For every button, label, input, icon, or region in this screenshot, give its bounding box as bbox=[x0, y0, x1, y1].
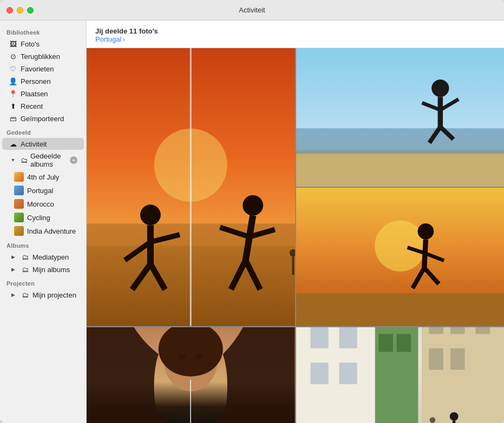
maximize-button[interactable] bbox=[27, 7, 34, 14]
mediatypen-expand-icon: ▶ bbox=[9, 253, 17, 261]
sidebar-item-geimporteerd[interactable]: 🗃 Geïmporteerd bbox=[2, 113, 84, 124]
mediatypen-icon: 🗂 bbox=[21, 253, 29, 261]
india-adventure-label: India Adventure bbox=[27, 227, 76, 235]
svg-rect-54 bbox=[310, 327, 328, 348]
svg-rect-52 bbox=[296, 327, 375, 423]
svg-point-49 bbox=[194, 415, 197, 418]
photo-jump2[interactable] bbox=[296, 188, 505, 326]
sidebar-item-fotos[interactable]: 🖼 Foto's bbox=[2, 38, 84, 50]
photo-capoeira[interactable] bbox=[87, 48, 295, 326]
close-button[interactable] bbox=[6, 7, 13, 14]
svg-rect-61 bbox=[422, 327, 504, 423]
svg-point-24 bbox=[431, 80, 449, 97]
sidebar-item-mediatypen[interactable]: ▶ 🗂 Mediatypen bbox=[2, 251, 84, 263]
sidebar-item-personen[interactable]: 👤 Personen bbox=[2, 75, 84, 87]
photo-right-column bbox=[296, 48, 505, 326]
svg-rect-66 bbox=[450, 348, 465, 370]
activity-user-text: Jij deelde 11 foto's bbox=[95, 27, 158, 35]
svg-rect-57 bbox=[339, 362, 357, 384]
capoeira-scene bbox=[87, 48, 295, 326]
svg-rect-64 bbox=[475, 327, 490, 334]
gedeelde-albums-label: Gedeelde albums bbox=[30, 152, 67, 168]
photo-street[interactable] bbox=[296, 327, 505, 423]
street-svg bbox=[296, 327, 505, 423]
activity-user-line: Jij deelde 11 foto's bbox=[95, 27, 495, 35]
albums-section-label: Albums bbox=[0, 238, 86, 250]
projecten-section-label: Projecten bbox=[0, 276, 86, 288]
favorieten-icon: ♡ bbox=[9, 64, 17, 73]
sidebar-item-gedeelde-albums[interactable]: ▼ 🗂 Gedeelde albums + bbox=[2, 150, 84, 170]
plaatsen-label: Plaatsen bbox=[21, 90, 48, 98]
activity-header: Jij deelde 11 foto's Portugal › bbox=[87, 21, 504, 48]
sidebar-item-recent[interactable]: ⬆ Recent bbox=[2, 100, 84, 112]
sidebar-item-activiteit[interactable]: ☁ Activiteit bbox=[2, 138, 84, 150]
gedeeld-section-label: Gedeeld bbox=[0, 125, 86, 137]
activiteit-label: Activiteit bbox=[21, 140, 47, 148]
terugblikken-icon: ⊙ bbox=[9, 52, 17, 61]
geimporteerd-label: Geïmporteerd bbox=[21, 115, 64, 123]
fotos-label: Foto's bbox=[21, 40, 40, 48]
bibliotheek-section-label: Bibliotheek bbox=[0, 25, 86, 37]
svg-point-32 bbox=[375, 221, 426, 272]
4th-of-july-label: 4th of July bbox=[27, 173, 59, 181]
window-title: Activiteit bbox=[239, 6, 265, 14]
add-shared-album-button[interactable]: + bbox=[70, 156, 77, 164]
activity-album-chevron: › bbox=[122, 35, 125, 43]
minimize-button[interactable] bbox=[17, 7, 23, 14]
sidebar-item-cycling[interactable]: Cycling bbox=[2, 211, 84, 224]
india-thumb bbox=[14, 226, 24, 236]
main-content: Jij deelde 11 foto's Portugal › bbox=[87, 21, 504, 423]
personen-label: Personen bbox=[21, 77, 51, 85]
mijn-projecten-expand-icon: ▶ bbox=[9, 290, 17, 299]
mijn-projecten-label: Mijn projecten bbox=[32, 291, 76, 299]
gedeelde-albums-collapse-icon: ▼ bbox=[9, 156, 17, 164]
jump1-svg bbox=[296, 48, 505, 187]
sidebar-item-mijn-projecten[interactable]: ▶ 🗂 Mijn projecten bbox=[2, 289, 84, 301]
svg-point-48 bbox=[182, 417, 185, 420]
activiteit-icon: ☁ bbox=[9, 140, 17, 148]
activity-album-link[interactable]: Portugal › bbox=[95, 35, 495, 43]
svg-rect-56 bbox=[310, 362, 328, 384]
gedeelde-albums-icon: 🗂 bbox=[19, 156, 28, 164]
svg-rect-65 bbox=[429, 348, 443, 370]
svg-point-47 bbox=[169, 414, 172, 417]
svg-rect-59 bbox=[378, 334, 393, 352]
svg-point-76 bbox=[429, 417, 435, 423]
svg-rect-63 bbox=[450, 327, 465, 334]
portugal-label: Portugal bbox=[27, 187, 53, 195]
sidebar-item-portugal[interactable]: Portugal bbox=[2, 184, 84, 197]
svg-point-71 bbox=[449, 412, 458, 421]
sidebar-item-mijn-albums[interactable]: ▶ 🗂 Mijn albums bbox=[2, 263, 84, 275]
personen-icon: 👤 bbox=[9, 77, 17, 85]
content-area: Bibliotheek 🖼 Foto's ⊙ Terugblikken ♡ Fa… bbox=[0, 21, 504, 423]
sidebar-item-india-adventure[interactable]: India Adventure bbox=[2, 224, 84, 237]
cycling-thumb bbox=[14, 213, 24, 222]
sidebar-item-morocco[interactable]: Morocco bbox=[2, 197, 84, 210]
photo-portrait[interactable] bbox=[87, 327, 295, 423]
terugblikken-label: Terugblikken bbox=[21, 52, 60, 61]
svg-point-42 bbox=[179, 354, 186, 359]
svg-rect-22 bbox=[296, 150, 505, 187]
plaatsen-icon: 📍 bbox=[9, 89, 17, 98]
bottom-center-divider bbox=[190, 380, 191, 423]
capoeira-silhouettes bbox=[87, 48, 295, 326]
svg-point-46 bbox=[201, 407, 205, 411]
photo-grid bbox=[87, 48, 504, 423]
photo-jump1[interactable] bbox=[296, 48, 505, 187]
svg-rect-60 bbox=[396, 334, 411, 352]
svg-point-43 bbox=[195, 354, 202, 359]
sidebar-item-terugblikken[interactable]: ⊙ Terugblikken bbox=[2, 50, 84, 62]
svg-rect-55 bbox=[339, 327, 357, 348]
sidebar-item-4th-of-july[interactable]: 4th of July bbox=[2, 170, 84, 183]
favorieten-label: Favorieten bbox=[21, 65, 54, 73]
sidebar-item-favorieten[interactable]: ♡ Favorieten bbox=[2, 63, 84, 75]
traffic-lights bbox=[6, 7, 34, 14]
title-bar: Activiteit bbox=[0, 0, 504, 21]
svg-point-10 bbox=[243, 195, 263, 216]
mijn-albums-label: Mijn albums bbox=[32, 266, 70, 274]
sidebar-item-plaatsen[interactable]: 📍 Plaatsen bbox=[2, 88, 84, 100]
window: Activiteit Bibliotheek 🖼 Foto's ⊙ Terugb… bbox=[0, 0, 504, 423]
svg-rect-62 bbox=[429, 327, 443, 334]
svg-point-33 bbox=[417, 223, 434, 240]
portugal-thumb bbox=[14, 186, 24, 195]
